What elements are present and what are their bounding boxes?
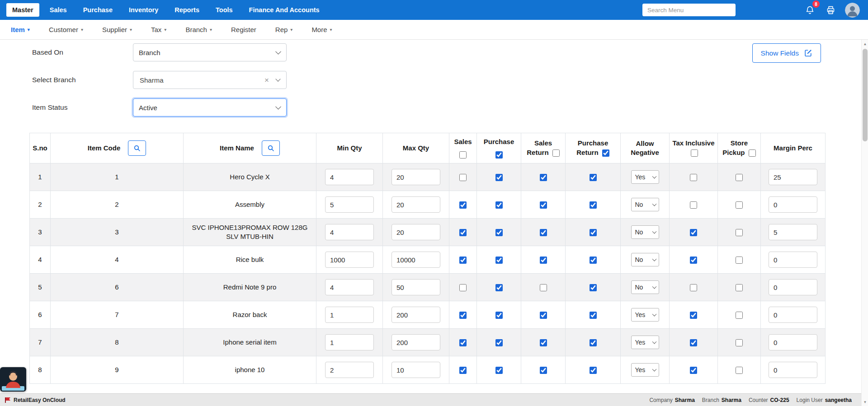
header-checkbox-sales_return[interactable]	[552, 149, 560, 157]
allow-negative-select[interactable]: YesNo	[631, 363, 659, 377]
tax-inclusive-checkbox[interactable]	[690, 257, 697, 264]
purchase-return-checkbox[interactable]	[590, 312, 597, 319]
header-checkbox-sales[interactable]	[459, 151, 467, 159]
top-nav-item-tools[interactable]: Tools	[210, 3, 239, 17]
sub-nav-item-item[interactable]: Item▾	[11, 26, 30, 33]
purchase-return-checkbox[interactable]	[590, 174, 597, 181]
sub-nav-item-supplier[interactable]: Supplier▾	[102, 26, 132, 33]
margin-perc-input[interactable]	[769, 252, 817, 268]
purchase-checkbox[interactable]	[495, 367, 503, 374]
sales-checkbox[interactable]	[459, 312, 467, 319]
item-name-search-button[interactable]	[262, 140, 280, 156]
item-code-search-button[interactable]	[128, 140, 146, 156]
store-pickup-checkbox[interactable]	[736, 339, 743, 346]
margin-perc-input[interactable]	[769, 279, 817, 295]
sub-nav-item-branch[interactable]: Branch▾	[185, 26, 212, 33]
tax-inclusive-checkbox[interactable]	[690, 339, 697, 346]
top-nav-item-sales[interactable]: Sales	[44, 3, 73, 17]
store-pickup-checkbox[interactable]	[736, 312, 743, 319]
sales-return-checkbox[interactable]	[540, 174, 547, 181]
min-qty-input[interactable]	[325, 307, 374, 323]
purchase-return-checkbox[interactable]	[590, 339, 597, 346]
max-qty-input[interactable]	[392, 252, 440, 268]
top-nav-item-reports[interactable]: Reports	[169, 3, 205, 17]
purchase-checkbox[interactable]	[495, 201, 503, 209]
top-nav-item-master[interactable]: Master	[6, 3, 39, 17]
max-qty-input[interactable]	[392, 196, 440, 213]
notifications-button[interactable]: 8	[803, 4, 816, 16]
purchase-return-checkbox[interactable]	[590, 284, 597, 291]
tax-inclusive-checkbox[interactable]	[690, 367, 697, 374]
margin-perc-input[interactable]	[769, 224, 817, 240]
purchase-return-checkbox[interactable]	[590, 257, 597, 264]
purchase-checkbox[interactable]	[495, 257, 503, 264]
scroll-down-arrow[interactable]: ▼	[862, 399, 868, 405]
sub-nav-item-tax[interactable]: Tax▾	[151, 26, 166, 33]
purchase-checkbox[interactable]	[495, 174, 503, 181]
header-checkbox-purchase_return[interactable]	[602, 149, 609, 157]
sales-checkbox[interactable]	[459, 367, 467, 374]
tax-inclusive-checkbox[interactable]	[690, 312, 697, 319]
min-qty-input[interactable]	[325, 252, 374, 268]
allow-negative-select[interactable]: YesNo	[631, 225, 659, 239]
sales-checkbox[interactable]	[459, 174, 467, 181]
min-qty-input[interactable]	[325, 224, 374, 240]
store-pickup-checkbox[interactable]	[736, 174, 743, 181]
top-nav-item-finance-and-accounts[interactable]: Finance And Accounts	[243, 3, 326, 17]
sales-return-checkbox[interactable]	[540, 367, 547, 374]
tax-inclusive-checkbox[interactable]	[690, 174, 697, 181]
purchase-checkbox[interactable]	[495, 312, 503, 319]
sales-checkbox[interactable]	[459, 284, 467, 291]
store-pickup-checkbox[interactable]	[736, 201, 743, 209]
sub-nav-item-customer[interactable]: Customer▾	[49, 26, 83, 33]
max-qty-input[interactable]	[392, 169, 440, 185]
margin-perc-input[interactable]	[769, 334, 817, 350]
min-qty-input[interactable]	[325, 362, 374, 378]
max-qty-input[interactable]	[392, 362, 440, 378]
allow-negative-select[interactable]: YesNo	[631, 198, 659, 211]
sales-checkbox[interactable]	[459, 339, 467, 346]
purchase-return-checkbox[interactable]	[590, 229, 597, 236]
sub-nav-item-register[interactable]: Register	[231, 26, 256, 33]
allow-negative-select[interactable]: YesNo	[631, 253, 659, 266]
header-checkbox-purchase[interactable]	[495, 151, 503, 159]
show-fields-button[interactable]: Show Fields	[752, 43, 821, 63]
sales-return-checkbox[interactable]	[540, 339, 547, 346]
scrollbar-thumb[interactable]	[863, 49, 868, 141]
menu-search-input[interactable]	[642, 4, 736, 16]
max-qty-input[interactable]	[392, 279, 440, 295]
purchase-checkbox[interactable]	[495, 229, 503, 236]
based-on-select[interactable]: Branch	[133, 43, 287, 61]
tax-inclusive-checkbox[interactable]	[690, 201, 697, 209]
tax-inclusive-checkbox[interactable]	[690, 284, 697, 291]
store-pickup-checkbox[interactable]	[736, 257, 743, 264]
sales-checkbox[interactable]	[459, 201, 467, 209]
scroll-up-arrow[interactable]: ▲	[862, 41, 868, 47]
vertical-scrollbar[interactable]: ▲ ▼	[861, 40, 868, 406]
purchase-checkbox[interactable]	[495, 284, 503, 291]
margin-perc-input[interactable]	[769, 169, 817, 185]
sub-nav-item-rep[interactable]: Rep▾	[275, 26, 293, 33]
store-pickup-checkbox[interactable]	[736, 229, 743, 236]
sales-checkbox[interactable]	[459, 229, 467, 236]
min-qty-input[interactable]	[325, 169, 374, 185]
allow-negative-select[interactable]: YesNo	[631, 280, 659, 294]
min-qty-input[interactable]	[325, 279, 374, 295]
sales-return-checkbox[interactable]	[540, 201, 547, 209]
store-pickup-checkbox[interactable]	[736, 367, 743, 374]
min-qty-input[interactable]	[325, 334, 374, 350]
header-checkbox-store_pickup[interactable]	[749, 149, 756, 157]
margin-perc-input[interactable]	[769, 307, 817, 323]
sales-return-checkbox[interactable]	[540, 284, 547, 291]
top-nav-item-inventory[interactable]: Inventory	[123, 3, 164, 17]
header-checkbox-tax_inclusive[interactable]	[691, 149, 698, 157]
branch-select[interactable]: Sharma ×	[133, 71, 287, 89]
store-pickup-checkbox[interactable]	[736, 284, 743, 291]
print-button[interactable]	[824, 4, 837, 16]
sales-checkbox[interactable]	[459, 257, 467, 264]
sales-return-checkbox[interactable]	[540, 312, 547, 319]
item-status-select[interactable]: Active	[133, 98, 287, 117]
purchase-return-checkbox[interactable]	[590, 201, 597, 209]
min-qty-input[interactable]	[325, 196, 374, 213]
sub-nav-item-more[interactable]: More▾	[311, 26, 332, 33]
